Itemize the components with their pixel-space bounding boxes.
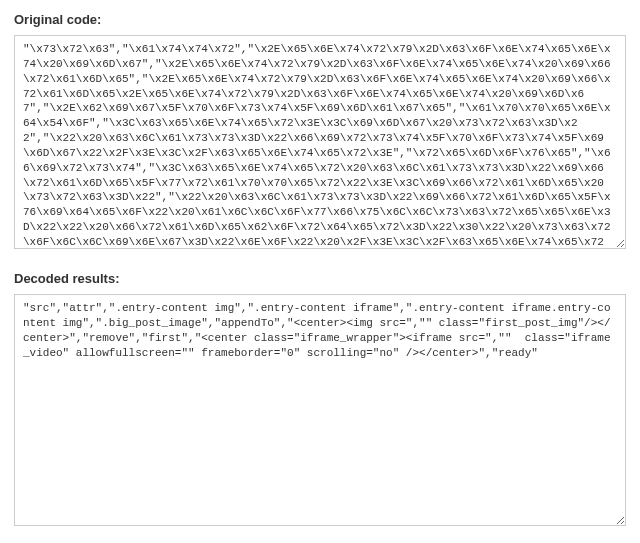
original-label: Original code: [14,12,626,27]
original-section: Original code: [14,12,626,271]
decoded-section: Decoded results: [14,271,626,530]
decoded-code-textarea[interactable] [14,294,626,526]
decoded-label: Decoded results: [14,271,626,286]
original-code-textarea[interactable] [14,35,626,249]
